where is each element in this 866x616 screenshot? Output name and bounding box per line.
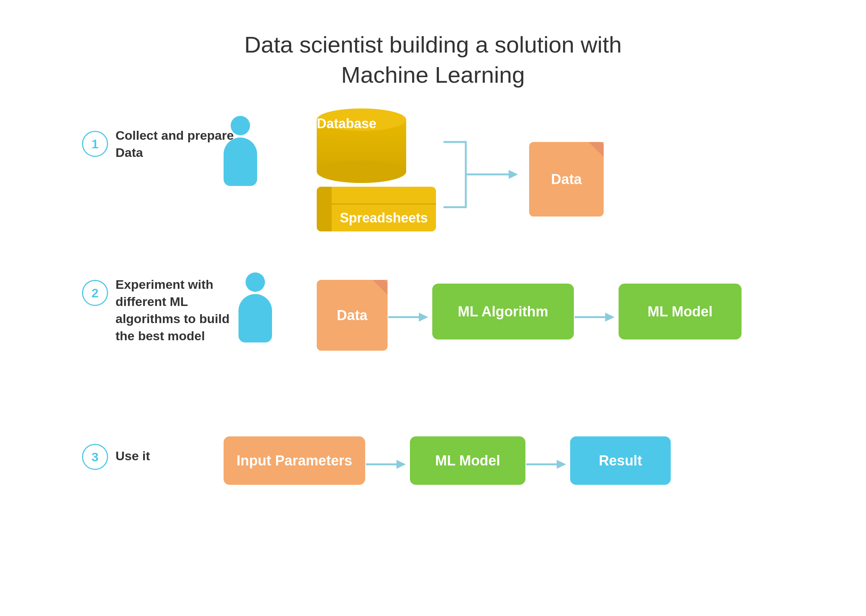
step2-person	[239, 272, 272, 343]
title-line1: Data scientist building a solution with	[0, 30, 866, 60]
input-params-box: Input Parameters	[223, 436, 365, 485]
step3-ml-model-label: ML Model	[435, 453, 500, 469]
svg-marker-1	[509, 170, 518, 179]
step1-data-file: Data	[529, 142, 604, 217]
spreadsheet-left-col	[317, 187, 332, 231]
ml-algorithm-label: ML Algorithm	[458, 304, 549, 320]
spreadsheet-box: Spreadsheets	[317, 187, 436, 231]
svg-marker-3	[419, 313, 428, 322]
step1-badge: 1	[82, 131, 108, 157]
step2-arrow1	[388, 308, 433, 327]
step1-arrow	[436, 112, 529, 239]
step1-label: Collect and prepare Data	[116, 127, 234, 161]
step2-ml-model-box: ML Model	[619, 284, 742, 339]
person-head	[231, 116, 250, 135]
page-title: Data scientist building a solution with …	[0, 0, 866, 90]
title-line2: Machine Learning	[0, 60, 866, 90]
db-bottom	[317, 160, 406, 183]
database-cylinder: Database	[317, 108, 406, 183]
input-params-label: Input Parameters	[237, 453, 352, 469]
spreadsheet-right: Spreadsheets	[332, 187, 436, 231]
result-box: Result	[570, 436, 671, 485]
step3-badge: 3	[82, 444, 108, 470]
diagram-container: 1 Collect and prepare Data Database Spre…	[0, 101, 866, 616]
step2-badge: 2	[82, 280, 108, 306]
step2-ml-model-label: ML Model	[648, 304, 713, 320]
spreadsheet-inner: Spreadsheets	[317, 187, 436, 231]
person2-head	[245, 272, 265, 292]
svg-marker-7	[396, 460, 406, 469]
step1-person	[223, 116, 257, 186]
step3-arrow2	[526, 455, 571, 474]
step3-arrow1	[366, 455, 411, 474]
step2-label: Experiment with different ML algorithms …	[116, 276, 229, 345]
spreadsheet-top-row	[332, 187, 436, 204]
ml-algorithm-box: ML Algorithm	[432, 284, 574, 339]
spreadsheet-label: Spreadsheets	[340, 210, 428, 226]
step2-data-file: Data	[317, 280, 388, 350]
step1-data-label: Data	[551, 171, 582, 187]
spreadsheet-bottom-row: Spreadsheets	[332, 204, 436, 231]
svg-marker-5	[605, 313, 615, 322]
db-top: Database	[317, 108, 406, 131]
person-body	[223, 138, 257, 186]
step2-data-label: Data	[337, 308, 368, 324]
svg-marker-9	[557, 460, 566, 469]
step2-arrow2	[575, 308, 619, 327]
step3-label: Use it	[116, 448, 150, 465]
db-label: Database	[317, 116, 376, 132]
result-label: Result	[599, 453, 642, 469]
step3-ml-model-box: ML Model	[410, 436, 525, 485]
person2-body	[239, 294, 272, 343]
